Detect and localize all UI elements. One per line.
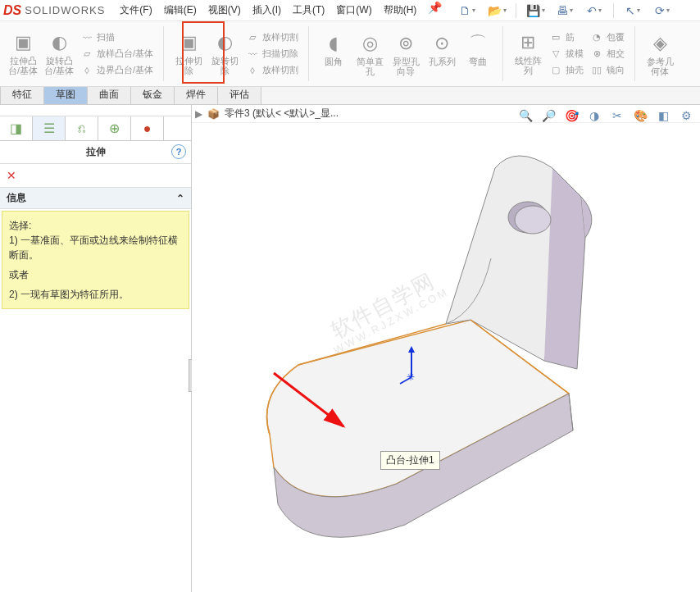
mirror-label: 镜向: [607, 64, 625, 76]
hole-series-button[interactable]: ⊙孔系列: [424, 32, 460, 76]
qat-new-button[interactable]: 🗋: [455, 2, 480, 20]
extrude-cut-icon: ▣: [177, 31, 200, 54]
simple-hole-button[interactable]: ◎简单直 孔: [352, 32, 388, 76]
linear-pattern-label: 线性阵 列: [515, 56, 542, 75]
qat-save-button[interactable]: 💾: [523, 2, 548, 20]
info-or: 或者: [9, 267, 182, 282]
logo-mark: DS: [3, 3, 21, 18]
hole-wizard-label: 异型孔 向导: [393, 57, 420, 76]
info-line2: 2) 一现有草图为特征所用。: [9, 287, 182, 302]
menu-window[interactable]: 窗口(W): [331, 1, 376, 20]
menu-tools[interactable]: 工具(T): [288, 1, 330, 20]
extrude-cut-label: 拉伸切 除: [175, 56, 202, 75]
wrap-button[interactable]: ◔包覆: [590, 31, 625, 44]
fillet-icon: ◖: [322, 32, 345, 55]
loft-cut-icon: ▱: [246, 31, 259, 44]
app-logo: DS SOLIDWORKS: [3, 3, 105, 18]
info-section-header[interactable]: 信息 ⌃: [0, 188, 191, 209]
bend-button[interactable]: ⌒弯曲: [460, 32, 496, 76]
fillet-label: 圆角: [325, 57, 343, 66]
qat-print-button[interactable]: 🖶: [552, 2, 577, 20]
tab-sketch[interactable]: 草图: [43, 84, 88, 104]
mirror-button[interactable]: ▯▯镜向: [590, 64, 625, 77]
panel-tab-config[interactable]: ⎌: [66, 116, 98, 140]
hole-wizard-button[interactable]: ⊚异型孔 向导: [388, 32, 424, 76]
tab-feature[interactable]: 特征: [0, 84, 44, 104]
3d-viewport[interactable]: 软件自学网 WWW.RJZXW.COM ✳ 凸台-拉伸1: [192, 123, 700, 592]
shell-label: 抽壳: [566, 64, 584, 76]
qat-sep: [613, 3, 614, 18]
menu-insert[interactable]: 插入(I): [248, 1, 286, 20]
simple-hole-label: 简单直 孔: [357, 57, 384, 76]
tab-evaluate[interactable]: 评估: [217, 84, 261, 104]
sweep-cut-button[interactable]: 〰扫描切除: [246, 48, 298, 61]
loft-button[interactable]: ▱放样凸台/基体: [80, 48, 153, 61]
menu-help[interactable]: 帮助(H): [379, 1, 422, 20]
ribbon-divider: [163, 26, 164, 81]
wrap-icon: ◔: [590, 31, 603, 44]
ribbon-group-cut: ▣拉伸切 除 ◐旋转切 除 ▱放样切割 〰扫描切除 ◊放样切割: [166, 23, 307, 84]
rib-icon: ▭: [549, 31, 562, 44]
linear-pattern-icon: ⊞: [516, 31, 539, 54]
panel-tab-property[interactable]: ☰: [33, 116, 66, 140]
qat-undo-button[interactable]: ↶: [582, 2, 607, 20]
help-icon[interactable]: ?: [171, 144, 186, 159]
main-menu: 文件(F) 编辑(E) 视图(V) 插入(I) 工具(T) 窗口(W) 帮助(H…: [115, 1, 447, 20]
menu-bar: DS SOLIDWORKS 文件(F) 编辑(E) 视图(V) 插入(I) 工具…: [0, 0, 700, 21]
intersect-button[interactable]: ⊗相交: [590, 48, 625, 61]
loft-label: 放样凸台/基体: [97, 48, 153, 60]
panel-tab-appearance[interactable]: ●: [131, 116, 164, 140]
menu-edit[interactable]: 编辑(E): [159, 1, 202, 20]
intersect-icon: ⊗: [590, 48, 603, 61]
ribbon-group-feature: ◖圆角 ◎简单直 孔 ⊚异型孔 向导 ⊙孔系列 ⌒弯曲: [311, 23, 501, 84]
pin-icon[interactable]: 📌: [428, 1, 442, 20]
shell-button[interactable]: ▢抽壳: [549, 64, 584, 77]
revolve-cut-icon: ◐: [213, 31, 236, 54]
boundary-icon: ◊: [80, 64, 93, 77]
boundary-cut-label: 放样切割: [262, 64, 298, 76]
linear-pattern-button[interactable]: ⊞线性阵 列: [510, 31, 546, 77]
quick-access-toolbar: 🗋 📂 💾 🖶 ↶ ↖ ⟳: [455, 2, 675, 20]
close-button[interactable]: ✕: [0, 164, 191, 188]
info-line1: 1) 一基准面、平面或边线来绘制特征横断面。: [9, 233, 182, 262]
loft-cut-button[interactable]: ▱放样切割: [246, 31, 298, 44]
extrude-boss-button[interactable]: ▣拉伸凸 台/基体: [5, 31, 41, 77]
menu-file[interactable]: 文件(F): [115, 1, 157, 20]
tab-weldment[interactable]: 焊件: [174, 84, 218, 104]
qat-select-button[interactable]: ↖: [620, 2, 645, 20]
info-message: 选择: 1) 一基准面、平面或边线来绘制特征横断面。 或者 2) 一现有草图为特…: [2, 211, 189, 309]
tab-sheetmetal[interactable]: 钣金: [130, 84, 175, 104]
revolve-boss-button[interactable]: ◐旋转凸 台/基体: [41, 31, 77, 77]
draft-button[interactable]: ▽拔模: [549, 48, 584, 61]
panel-title: 拉伸: [86, 145, 106, 159]
menu-view[interactable]: 视图(V): [203, 1, 246, 20]
ribbon-group-boss: ▣拉伸凸 台/基体 ◐旋转凸 台/基体 〰扫描 ▱放样凸台/基体 ◊边界凸台/基…: [0, 23, 161, 84]
loft-cut-label: 放样切割: [262, 31, 298, 43]
breadcrumb-arrow-icon[interactable]: ▶: [195, 108, 202, 120]
breadcrumb-part[interactable]: 零件3 (默认< <默认>_显...: [225, 107, 339, 121]
extrude-label: 拉伸凸 台/基体: [8, 56, 38, 75]
fillet-button[interactable]: ◖圆角: [316, 32, 352, 76]
tab-surface[interactable]: 曲面: [87, 84, 131, 104]
info-section-label: 信息: [7, 191, 26, 205]
svg-point-1: [515, 206, 551, 234]
revolve-cut-button[interactable]: ◐旋转切 除: [207, 31, 243, 77]
ref-geom-button[interactable]: ◈参考几 何体: [642, 32, 678, 76]
ref-geom-label: 参考几 何体: [647, 57, 674, 76]
hole-icon: ◎: [358, 32, 381, 55]
panel-tab-feature-tree[interactable]: ◨: [0, 116, 33, 140]
ribbon-group-pattern: ⊞线性阵 列 ▭筋 ▽拔模 ▢抽壳 ◔包覆 ⊗相交 ▯▯镜向: [505, 23, 633, 84]
wrap-label: 包覆: [607, 31, 625, 43]
extrude-cut-button[interactable]: ▣拉伸切 除: [170, 31, 207, 77]
sweep-button[interactable]: 〰扫描: [80, 31, 153, 44]
panel-tab-dim[interactable]: ⊕: [98, 116, 131, 140]
boundary-cut-icon: ◊: [246, 64, 259, 77]
qat-rebuild-button[interactable]: ⟳: [650, 2, 675, 20]
bend-label: 弯曲: [469, 57, 487, 66]
hole-series-label: 孔系列: [429, 57, 456, 66]
ref-geom-icon: ◈: [648, 32, 671, 55]
rib-button[interactable]: ▭筋: [549, 31, 584, 44]
boundary-cut-button[interactable]: ◊放样切割: [246, 64, 298, 77]
boundary-button[interactable]: ◊边界凸台/基体: [80, 64, 153, 77]
qat-open-button[interactable]: 📂: [484, 2, 509, 20]
